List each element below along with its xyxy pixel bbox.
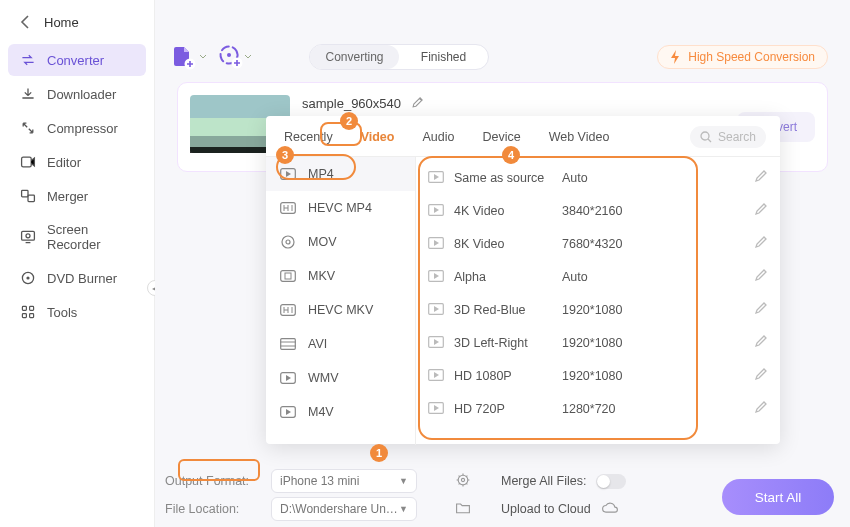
format-hevc-mp4[interactable]: HEVC MP4	[266, 191, 415, 225]
chevron-down-icon: ▼	[399, 476, 408, 486]
svg-rect-25	[281, 271, 296, 282]
sidebar-item-tools[interactable]: Tools	[8, 296, 146, 328]
cloud-icon[interactable]	[601, 501, 619, 518]
svg-point-5	[26, 234, 30, 238]
format-mov[interactable]: MOV	[266, 225, 415, 259]
callout-ring-4	[418, 156, 698, 440]
tab-converting[interactable]: Converting	[310, 45, 399, 69]
start-all-button[interactable]: Start All	[722, 479, 834, 515]
svg-rect-11	[30, 314, 34, 318]
svg-point-19	[461, 478, 464, 481]
compress-icon	[20, 120, 36, 136]
format-list: MP4 HEVC MP4 MOV MKV HEVC MKV AVI WMV M4…	[266, 157, 416, 445]
chevron-left-icon	[20, 14, 30, 30]
search-icon	[700, 131, 712, 143]
tab-audio[interactable]: Audio	[418, 128, 458, 146]
svg-rect-9	[30, 306, 34, 310]
upload-cloud-label: Upload to Cloud	[501, 502, 591, 516]
file-name: sample_960x540	[302, 96, 401, 111]
callout-ring-1	[178, 459, 260, 481]
gear-icon[interactable]	[455, 472, 471, 491]
svg-rect-3	[28, 195, 34, 201]
folder-icon[interactable]	[455, 501, 471, 518]
disc-icon	[20, 270, 36, 286]
sidebar-item-merger[interactable]: Merger	[8, 180, 146, 212]
rename-icon[interactable]	[411, 95, 425, 112]
chevron-down-icon	[200, 55, 206, 59]
format-wmv[interactable]: WMV	[266, 361, 415, 395]
breadcrumb[interactable]: Home	[0, 0, 154, 38]
format-mkv[interactable]: MKV	[266, 259, 415, 293]
high-speed-badge[interactable]: High Speed Conversion	[657, 45, 828, 69]
sidebar-item-downloader[interactable]: Downloader	[8, 78, 146, 110]
merger-icon	[20, 188, 36, 204]
svg-point-23	[282, 236, 294, 248]
sidebar-item-screen-recorder[interactable]: Screen Recorder	[8, 214, 146, 260]
sidebar: Home Converter Downloader Compressor Edi…	[0, 0, 155, 527]
sidebar-item-compressor[interactable]: Compressor	[8, 112, 146, 144]
converter-icon	[20, 52, 36, 68]
tab-device[interactable]: Device	[478, 128, 524, 146]
svg-rect-28	[281, 339, 296, 350]
svg-rect-26	[285, 273, 291, 279]
chevron-down-icon: ▼	[399, 504, 408, 514]
chevron-down-icon	[245, 55, 251, 59]
editor-icon	[20, 154, 36, 170]
download-icon	[20, 86, 36, 102]
sidebar-item-converter[interactable]: Converter	[8, 44, 146, 76]
callout-4: 4	[502, 146, 520, 164]
svg-rect-8	[22, 306, 26, 310]
status-tabs: Converting Finished	[309, 44, 489, 70]
lightning-icon	[670, 50, 682, 64]
svg-point-24	[286, 240, 290, 244]
svg-rect-2	[22, 190, 28, 196]
callout-3: 3	[276, 146, 294, 164]
add-dvd-button[interactable]	[223, 45, 247, 69]
file-location-label: File Location:	[165, 502, 261, 516]
grid-icon	[20, 304, 36, 320]
file-plus-icon	[172, 45, 198, 69]
disc-plus-icon	[219, 45, 243, 69]
format-hevc-mkv[interactable]: HEVC MKV	[266, 293, 415, 327]
sidebar-item-editor[interactable]: Editor	[8, 146, 146, 178]
callout-2: 2	[340, 112, 358, 130]
screen-recorder-icon	[20, 229, 36, 245]
svg-point-14	[227, 53, 231, 57]
edit-icon[interactable]	[754, 169, 768, 186]
merge-all-toggle[interactable]	[596, 474, 626, 489]
merge-all-label: Merge All Files:	[501, 474, 586, 488]
output-format-select[interactable]: iPhone 13 mini ▼	[271, 469, 417, 493]
callout-1: 1	[370, 444, 388, 462]
svg-point-20	[701, 132, 709, 140]
format-avi[interactable]: AVI	[266, 327, 415, 361]
format-search[interactable]: Search	[690, 126, 766, 148]
tab-finished[interactable]: Finished	[399, 45, 488, 69]
sidebar-item-dvd-burner[interactable]: DVD Burner	[8, 262, 146, 294]
svg-rect-1	[22, 157, 32, 167]
add-file-button[interactable]	[177, 45, 201, 69]
svg-rect-10	[22, 314, 26, 318]
file-location-select[interactable]: D:\Wondershare UniConverter 1 ▼	[271, 497, 417, 521]
tab-video[interactable]: Video	[357, 128, 399, 146]
format-m4v[interactable]: M4V	[266, 395, 415, 429]
breadcrumb-home: Home	[44, 15, 79, 30]
toolbar: Converting Finished High Speed Conversio…	[155, 0, 850, 82]
svg-point-7	[26, 276, 29, 279]
tab-web-video[interactable]: Web Video	[545, 128, 614, 146]
svg-rect-4	[22, 231, 35, 240]
